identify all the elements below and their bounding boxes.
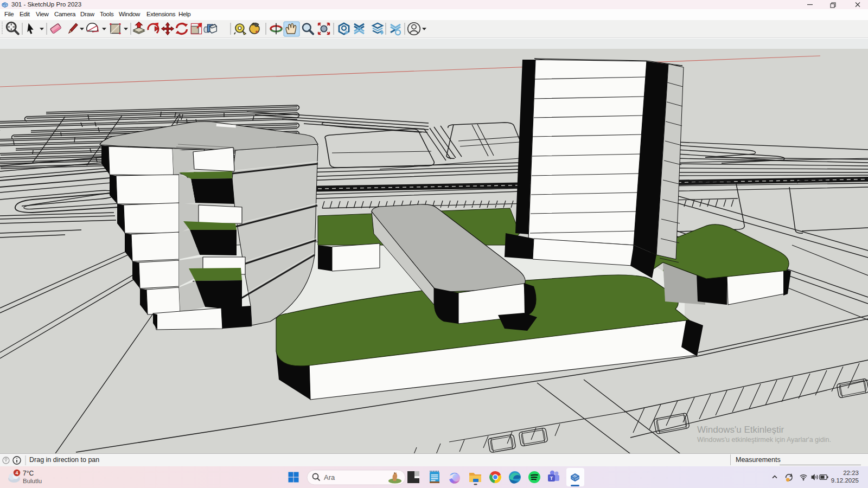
svg-text:4: 4 <box>15 470 18 476</box>
svg-text:Ara: Ara <box>324 473 335 481</box>
svg-text:T: T <box>550 475 553 481</box>
